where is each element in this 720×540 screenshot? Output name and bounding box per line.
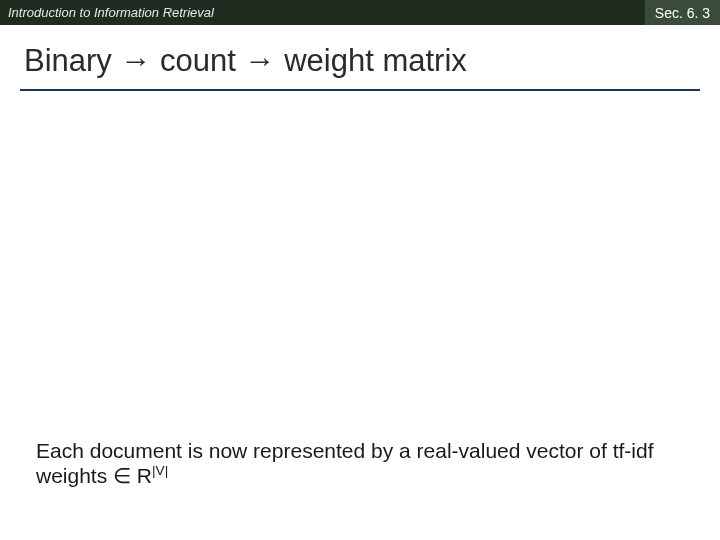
body-text: Each document is now represented by a re… [36,438,684,488]
body-exponent: |V| [152,463,168,478]
header-bar: Introduction to Information Retrieval Se… [0,0,720,25]
course-title: Introduction to Information Retrieval [0,5,214,20]
title-underline [20,89,700,91]
body-sentence: Each document is now represented by a re… [36,439,654,487]
section-label: Sec. 6. 3 [645,0,720,25]
body-area: Each document is now represented by a re… [36,438,684,488]
slide-title: Binary → count → weight matrix [24,43,700,79]
slide: Introduction to Information Retrieval Se… [0,0,720,540]
title-area: Binary → count → weight matrix [0,25,720,85]
